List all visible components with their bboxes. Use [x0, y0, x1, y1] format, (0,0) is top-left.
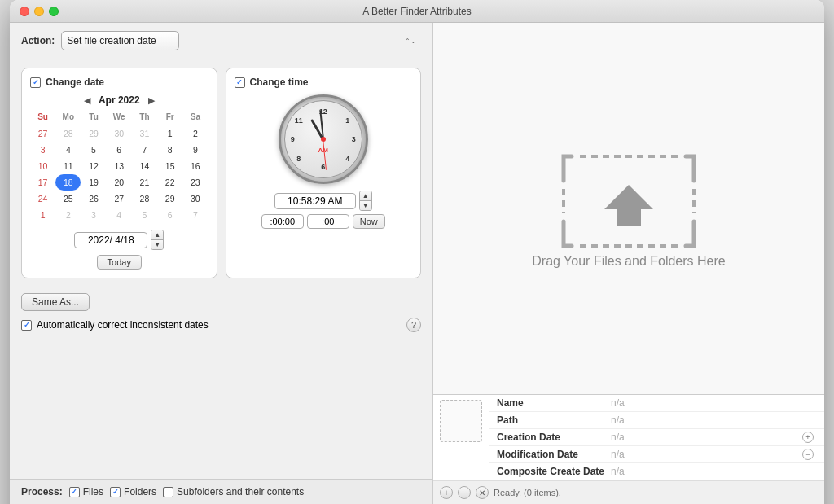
- clock-center-dot: [321, 137, 326, 142]
- creation-plus-icon[interactable]: +: [802, 432, 814, 443]
- right-panel: Drag Your Files and Folders Here Name n/…: [433, 23, 824, 504]
- date-stepper-up[interactable]: ▲: [151, 230, 163, 240]
- time-ms-input[interactable]: [307, 214, 349, 229]
- cal-day[interactable]: 6: [107, 142, 132, 158]
- auto-correct-checkbox[interactable]: [21, 320, 32, 331]
- cal-day[interactable]: 4: [107, 207, 132, 223]
- time-input[interactable]: [274, 193, 356, 209]
- cal-day[interactable]: 19: [81, 174, 106, 191]
- cal-day[interactable]: 30: [182, 191, 208, 207]
- close-button[interactable]: [20, 7, 29, 16]
- cal-day[interactable]: 9: [182, 142, 208, 158]
- change-date-checkbox[interactable]: [30, 77, 41, 88]
- cal-day[interactable]: 31: [132, 125, 157, 142]
- data-row-composite: Composite Create Date n/a: [489, 463, 824, 480]
- data-key-name: Name: [497, 397, 611, 409]
- today-button[interactable]: Today: [97, 255, 142, 270]
- clear-files-button[interactable]: ✕: [476, 486, 489, 499]
- data-action-creation[interactable]: +: [800, 432, 816, 443]
- action-label: Action:: [21, 35, 55, 46]
- cal-day[interactable]: 2: [55, 207, 81, 223]
- change-time-checkbox[interactable]: [235, 77, 245, 88]
- action-select[interactable]: Set file creation date Set file modifica…: [61, 31, 179, 50]
- cal-header-fr: Fr: [157, 109, 182, 125]
- cal-day[interactable]: 25: [55, 191, 81, 207]
- cal-day[interactable]: 2: [182, 125, 208, 142]
- cal-day[interactable]: 16: [182, 158, 208, 174]
- cal-day[interactable]: 1: [157, 125, 182, 142]
- window-title: A Better Finder Attributes: [362, 6, 471, 17]
- cal-day[interactable]: 21: [132, 174, 157, 191]
- subfolders-checkbox[interactable]: [163, 487, 173, 497]
- cal-day[interactable]: 29: [157, 191, 182, 207]
- cal-day[interactable]: 8: [157, 142, 182, 158]
- cal-day[interactable]: 14: [132, 158, 157, 174]
- cal-day[interactable]: 6: [157, 207, 182, 223]
- data-action-modification[interactable]: −: [800, 449, 816, 460]
- cal-day[interactable]: 12: [81, 158, 106, 174]
- add-file-button[interactable]: +: [440, 486, 453, 499]
- cal-prev-btn[interactable]: ◀: [82, 95, 92, 106]
- process-folders-option[interactable]: Folders: [110, 486, 156, 497]
- cal-day[interactable]: 30: [107, 125, 132, 142]
- process-label: Process:: [21, 486, 63, 497]
- cal-day[interactable]: 20: [107, 174, 132, 191]
- cal-day[interactable]: 27: [107, 191, 132, 207]
- cal-day-selected[interactable]: 18: [55, 174, 81, 191]
- modification-minus-icon[interactable]: −: [802, 449, 814, 460]
- cal-day[interactable]: 7: [182, 207, 208, 223]
- cal-day[interactable]: 10: [30, 158, 55, 174]
- maximize-button[interactable]: [49, 7, 59, 16]
- process-files-option[interactable]: Files: [69, 486, 103, 497]
- now-button[interactable]: Now: [353, 214, 385, 229]
- cal-day[interactable]: 22: [157, 174, 182, 191]
- clock-8: 8: [296, 155, 301, 163]
- cal-day[interactable]: 15: [157, 158, 182, 174]
- minimize-button[interactable]: [34, 7, 44, 16]
- files-checkbox[interactable]: [69, 487, 80, 497]
- cal-day[interactable]: 5: [81, 142, 106, 158]
- date-stepper[interactable]: ▲ ▼: [151, 230, 164, 250]
- clock-1: 1: [345, 116, 349, 125]
- cal-header-su: Su: [30, 109, 55, 125]
- cal-day[interactable]: 29: [81, 125, 106, 142]
- cal-day[interactable]: 3: [30, 142, 55, 158]
- folders-checkbox[interactable]: [110, 487, 121, 497]
- cal-day[interactable]: 26: [81, 191, 106, 207]
- data-val-modification: n/a: [611, 449, 800, 460]
- date-input[interactable]: [74, 232, 147, 248]
- cal-day[interactable]: 24: [30, 191, 55, 207]
- cal-header-row: Su Mo Tu We Th Fr Sa: [30, 109, 208, 125]
- data-row-modification: Modification Date n/a −: [489, 446, 824, 463]
- change-date-label: Change date: [46, 77, 104, 88]
- cal-day[interactable]: 28: [132, 191, 157, 207]
- change-time-label: Change time: [250, 77, 309, 88]
- cal-day[interactable]: 27: [30, 125, 55, 142]
- date-stepper-down[interactable]: ▼: [151, 240, 163, 249]
- drop-zone[interactable]: Drag Your Files and Folders Here: [433, 23, 824, 394]
- cal-day[interactable]: 13: [107, 158, 132, 174]
- time-stepper-down[interactable]: ▼: [360, 201, 371, 210]
- data-row-creation: Creation Date n/a +: [489, 429, 824, 446]
- cal-day[interactable]: 28: [55, 125, 81, 142]
- process-bar: Process: Files Folders Subfolders and th…: [10, 479, 432, 504]
- cal-day[interactable]: 5: [132, 207, 157, 223]
- cal-day[interactable]: 17: [30, 174, 55, 191]
- cal-day[interactable]: 4: [55, 142, 81, 158]
- time-stepper[interactable]: ▲ ▼: [359, 191, 372, 211]
- date-section: Change date ◀ Apr 2022 ▶ Su Mo Tu: [21, 68, 217, 278]
- same-as-button[interactable]: Same As...: [21, 293, 90, 311]
- cal-day[interactable]: 11: [55, 158, 81, 174]
- time-seconds-input[interactable]: [261, 214, 304, 229]
- cal-day[interactable]: 3: [81, 207, 106, 223]
- remove-file-button[interactable]: −: [458, 486, 471, 499]
- cal-day[interactable]: 23: [182, 174, 208, 191]
- cal-day[interactable]: 7: [132, 142, 157, 158]
- process-subfolders-option[interactable]: Subfolders and their contents: [163, 486, 304, 497]
- time-stepper-up[interactable]: ▲: [360, 191, 371, 201]
- cal-day[interactable]: 1: [30, 207, 55, 223]
- cal-next-btn[interactable]: ▶: [147, 95, 156, 106]
- bracket-svg: [555, 148, 702, 254]
- help-button[interactable]: ?: [406, 318, 421, 332]
- data-row-path: Path n/a: [489, 412, 824, 429]
